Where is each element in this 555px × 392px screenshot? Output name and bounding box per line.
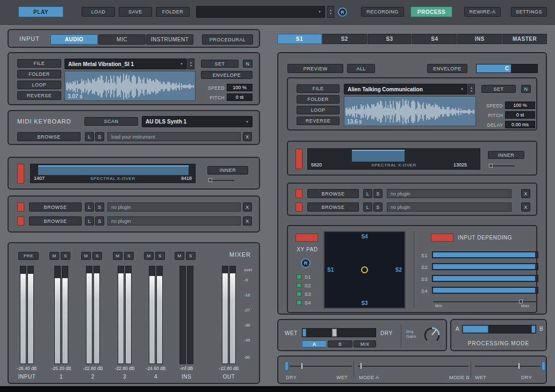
waveform-display[interactable]: 13.6 s <box>344 96 476 126</box>
speed-value[interactable]: 100 % <box>227 84 253 91</box>
file-button[interactable]: FILE <box>297 84 340 93</box>
sample-dropdown[interactable]: Alien Metal Vibration_SI 1 ▼ <box>64 59 187 69</box>
inner-mini-slider[interactable] <box>489 165 515 166</box>
idep-slider-s2[interactable] <box>432 263 538 270</box>
plugin1-l-button[interactable]: L <box>363 189 372 198</box>
wet-dry-slider[interactable] <box>302 328 376 337</box>
solo-button-2[interactable]: S <box>92 252 102 260</box>
xover-band[interactable] <box>38 165 189 175</box>
xover-slider[interactable]: 5820 13025 SPECTRAL X-OVER <box>307 148 480 170</box>
solo-button-3[interactable]: S <box>124 252 134 260</box>
idep-slider-s1[interactable] <box>432 251 538 258</box>
mode-slider[interactable] <box>358 366 468 367</box>
plugin2-slot[interactable]: no plugin <box>387 202 511 212</box>
plugin1-l-button[interactable]: L <box>85 202 94 212</box>
xover-enable-indicator[interactable] <box>17 164 24 184</box>
browse-plugin2-button[interactable]: BROWSE <box>307 202 359 212</box>
inner-button[interactable]: INNER <box>207 166 248 175</box>
xy-randomize-icon[interactable]: R <box>301 258 311 268</box>
inner-mini-handle[interactable] <box>208 178 212 182</box>
scan-button[interactable]: SCAN <box>84 117 138 126</box>
plugin2-slot[interactable]: no plugin <box>107 216 241 226</box>
n-button[interactable]: N <box>521 85 531 93</box>
process-button[interactable]: PROCESS <box>410 6 452 17</box>
xy-pad[interactable]: S4 S1 S2 S3 <box>323 231 406 309</box>
speed-value[interactable]: 100 % <box>505 101 535 109</box>
n-button[interactable]: N <box>243 60 253 68</box>
folder-button[interactable]: FOLDER <box>297 95 340 104</box>
xover-enable-indicator[interactable] <box>295 149 302 169</box>
folder-button[interactable]: FOLDER <box>156 7 190 17</box>
set-button[interactable]: SET <box>481 85 516 93</box>
c-progress-bar[interactable]: C <box>476 64 538 73</box>
clear-instrument-button[interactable]: X <box>243 132 252 141</box>
pitch-value[interactable]: 0 st <box>227 93 253 101</box>
plugin2-s-button[interactable]: S <box>95 216 104 226</box>
load-button-l[interactable]: L <box>85 132 94 141</box>
browse-plugin1-button[interactable]: BROWSE <box>29 202 82 212</box>
xover-slider[interactable]: 1407 9418 SPECTRAL X-OVER <box>30 164 196 183</box>
mode-b-button[interactable]: B <box>328 340 352 347</box>
browse-plugin1-button[interactable]: BROWSE <box>307 189 359 198</box>
plugin2-l-button[interactable]: L <box>363 202 372 212</box>
input-depending-indicator[interactable] <box>431 234 453 242</box>
settings-button[interactable]: SETTINGS <box>511 7 547 17</box>
input-tab-audio[interactable]: AUDIO <box>51 34 98 45</box>
file-button[interactable]: FILE <box>17 59 61 68</box>
min-max-handle[interactable] <box>519 300 523 303</box>
browse-plugin2-button[interactable]: BROWSE <box>29 216 82 226</box>
clear-plugin1-button[interactable]: X <box>243 202 252 212</box>
solo-button-ins[interactable]: S <box>186 252 196 260</box>
wet-dry-handle[interactable] <box>332 329 337 337</box>
all-button[interactable]: ALL <box>347 64 375 73</box>
mute-button-4[interactable]: M <box>144 252 154 260</box>
plugin1-slot[interactable]: no plugin <box>107 202 241 212</box>
reverse-button[interactable]: REVERSE <box>17 91 61 100</box>
tab-ins[interactable]: INS <box>457 34 502 44</box>
tab-master[interactable]: MASTER <box>502 34 547 44</box>
mute-button-1[interactable]: M <box>49 252 59 260</box>
pitch-value[interactable]: 0 st <box>505 111 535 119</box>
sample-stepper[interactable]: ▲ ▼ <box>468 84 475 95</box>
preset-dropdown[interactable]: ▼ <box>196 6 325 18</box>
waveform-display[interactable]: 3.07 s <box>64 71 196 101</box>
mute-button-3[interactable]: M <box>113 252 122 260</box>
solo-button-4[interactable]: S <box>155 252 165 260</box>
preset-stepper[interactable]: ▲ ▼ <box>327 6 334 18</box>
plugin2-s-button[interactable]: S <box>373 202 383 212</box>
xy-enable-indicator[interactable] <box>295 234 318 242</box>
play-button[interactable]: PLAY <box>18 6 63 17</box>
browse-instrument-button[interactable]: BROWSE <box>17 132 81 141</box>
xy-cursor[interactable] <box>361 266 368 273</box>
reverse-button[interactable]: REVERSE <box>297 117 340 125</box>
randomize-icon[interactable]: R <box>338 8 347 17</box>
preview-button[interactable]: PREVIEW <box>287 64 343 73</box>
dry-gain-knob[interactable] <box>422 325 442 345</box>
dry-wet-handle-2[interactable] <box>518 362 520 369</box>
save-button[interactable]: SAVE <box>119 7 152 17</box>
mode-a-button[interactable]: A <box>302 340 327 347</box>
solo-button-1[interactable]: S <box>61 252 70 260</box>
inner-mini-handle[interactable] <box>489 164 493 168</box>
instrument-slot[interactable]: load your instrument <box>107 132 241 141</box>
synth-dropdown[interactable]: AU DLS Synth 1 ▼ <box>142 116 253 127</box>
sample-stepper[interactable]: ▲ ▼ <box>188 59 194 69</box>
recording-button[interactable]: RECORDING <box>361 7 404 17</box>
mode-handle[interactable] <box>360 362 362 369</box>
mode-mix-button[interactable]: MIX <box>354 340 376 347</box>
plugin1-s-button[interactable]: S <box>95 202 104 212</box>
plugin1-enable-indicator[interactable] <box>17 202 24 212</box>
mute-button-ins[interactable]: M <box>175 252 184 260</box>
inner-mini-slider[interactable] <box>208 180 234 181</box>
dry-wet-slider-2[interactable] <box>475 366 540 367</box>
folder-button[interactable]: FOLDER <box>17 70 61 78</box>
input-tab-mic[interactable]: MIC <box>98 34 146 45</box>
set-button[interactable]: SET <box>201 60 239 68</box>
tab-s3[interactable]: S3 <box>367 34 412 44</box>
clear-plugin2-button[interactable]: X <box>521 202 530 212</box>
plugin1-s-button[interactable]: S <box>373 189 383 198</box>
delay-value[interactable]: 0.00 ms <box>505 121 535 128</box>
tab-s1[interactable]: S1 <box>277 34 322 44</box>
inner-button[interactable]: INNER <box>488 151 524 159</box>
loop-button[interactable]: LOOP <box>17 81 61 89</box>
